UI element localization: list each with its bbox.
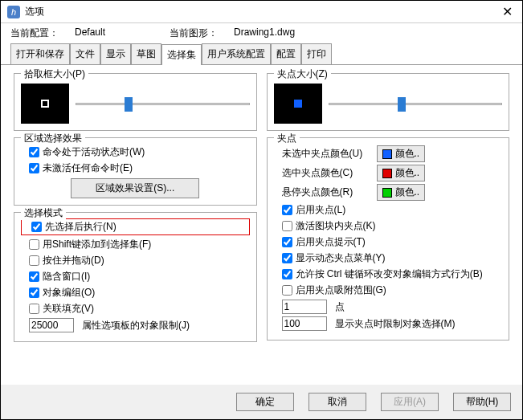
tab-user[interactable]: 用户系统配置: [202, 43, 271, 64]
chk-block-grips[interactable]: [282, 221, 292, 231]
pickbox-slider[interactable]: [76, 96, 250, 112]
lbl-grip-tips: 启用夹点提示(T): [296, 235, 366, 249]
lbl-no-cmd: 未激活任何命令时(E): [43, 161, 133, 175]
lbl-grip-limit: 显示夹点时限制对象选择(M): [335, 317, 456, 331]
current-drawing-label: 当前图形：: [170, 27, 218, 40]
unsel-color-button[interactable]: 颜色..: [377, 145, 426, 162]
tab-open-save[interactable]: 打开和保存: [10, 43, 70, 64]
highlight-presel: 先选择后执行(N): [21, 218, 250, 235]
gripsize-group: 夹点大小(Z): [267, 73, 510, 131]
unsel-swatch: [382, 149, 392, 159]
gripsize-slider[interactable]: [329, 96, 503, 112]
chk-snap[interactable]: [282, 285, 292, 296]
current-drawing-value: Drawing1.dwg: [234, 27, 295, 40]
chk-dyn-menu[interactable]: [282, 253, 292, 263]
chk-group[interactable]: [29, 287, 39, 298]
chk-enable-grips[interactable]: [282, 205, 292, 215]
tab-display[interactable]: 显示: [100, 43, 131, 64]
tab-draft[interactable]: 草图: [131, 43, 161, 64]
current-config-label: 当前配置：: [10, 27, 59, 40]
gripsize-title: 夹点大小(Z): [274, 67, 331, 81]
lbl-shift: 用Shift键添加到选择集(F): [43, 238, 151, 251]
cancel-button[interactable]: 取消: [308, 393, 366, 411]
apply-button[interactable]: 应用(A): [381, 393, 439, 411]
hover-color-button[interactable]: 颜色..: [377, 184, 426, 201]
hover-swatch: [382, 188, 392, 198]
lbl-presel: 先选择后执行(N): [45, 220, 116, 234]
tab-selection[interactable]: 选择集: [161, 44, 202, 65]
chk-pressdrag[interactable]: [29, 255, 39, 266]
chk-no-cmd[interactable]: [29, 163, 39, 173]
ok-button[interactable]: 确定: [236, 393, 294, 411]
chk-grip-tips[interactable]: [282, 237, 292, 247]
lbl-hover-color: 悬停夹点颜色(R): [282, 186, 377, 199]
current-config-value: Default: [75, 27, 105, 40]
pickbox-preview: [21, 84, 69, 124]
lbl-snap: 启用夹点吸附范围(G): [296, 283, 386, 297]
area-effect-group: 区域选择效果 命令处于活动状态时(W) 未激活任何命令时(E) 区域效果设置(S…: [14, 137, 257, 206]
lbl-block-grips: 激活图块内夹点(K): [296, 219, 376, 233]
app-icon: h: [7, 6, 20, 18]
lbl-group: 对象编组(O): [43, 286, 95, 300]
gripsize-preview: [274, 84, 322, 124]
lbl-implied: 隐含窗口(I): [43, 270, 90, 283]
help-button[interactable]: 帮助(H): [453, 393, 511, 411]
grips-title: 夹点: [274, 132, 300, 145]
mode-title: 选择模式: [21, 206, 66, 220]
chk-hatch[interactable]: [29, 304, 39, 314]
mode-group: 选择模式 先选择后执行(N) 用Shift键添加到选择集(F) 按住并拖动(D)…: [14, 212, 257, 342]
footer: 确定 取消 应用(A) 帮助(H): [1, 385, 522, 419]
lbl-unsel-color: 未选中夹点颜色(U): [282, 147, 377, 161]
lbl-dyn-menu: 显示动态夹点菜单(Y): [296, 251, 386, 265]
tab-profiles[interactable]: 配置: [271, 43, 301, 64]
lbl-enable-grips: 启用夹点(L): [296, 203, 346, 217]
lbl-snap-unit: 点: [335, 300, 345, 314]
chk-presel[interactable]: [31, 222, 42, 232]
close-icon[interactable]: ✕: [499, 4, 516, 19]
lbl-ctrl-cycle: 允许按 Ctrl 键循环改变对象编辑方式行为(B): [296, 267, 483, 281]
pickbox-group: 拾取框大小(P): [14, 73, 257, 131]
grips-group: 夹点 未选中夹点颜色(U) 颜色.. 选中夹点颜色(C) 颜色.. 悬停夹点颜色…: [267, 137, 510, 340]
pickbox-title: 拾取框大小(P): [21, 67, 88, 81]
chk-implied[interactable]: [29, 271, 39, 282]
lbl-hatch: 关联填充(V): [43, 302, 94, 316]
input-snap-range[interactable]: [282, 300, 327, 314]
tab-print[interactable]: 打印: [301, 43, 332, 64]
lbl-sel-color: 选中夹点颜色(C): [282, 166, 377, 180]
input-palette-limit[interactable]: [29, 318, 74, 332]
tab-strip: 打开和保存 文件 显示 草图 选择集 用户系统配置 配置 打印: [1, 43, 522, 64]
tab-files[interactable]: 文件: [70, 43, 100, 64]
lbl-pressdrag: 按住并拖动(D): [43, 254, 104, 267]
input-grip-limit[interactable]: [282, 316, 327, 331]
area-settings-button[interactable]: 区域效果设置(S)...: [71, 178, 199, 198]
sel-color-button[interactable]: 颜色..: [377, 165, 426, 181]
chk-active-cmd[interactable]: [29, 147, 39, 157]
sel-swatch: [382, 169, 392, 178]
chk-shift[interactable]: [29, 239, 39, 250]
lbl-active-cmd: 命令处于活动状态时(W): [43, 145, 145, 159]
area-effect-title: 区域选择效果: [21, 132, 85, 145]
lbl-palette-limit: 属性选项板的对象限制(J): [82, 319, 190, 332]
window-title: 选项: [25, 5, 499, 18]
chk-ctrl-cycle[interactable]: [282, 269, 292, 279]
